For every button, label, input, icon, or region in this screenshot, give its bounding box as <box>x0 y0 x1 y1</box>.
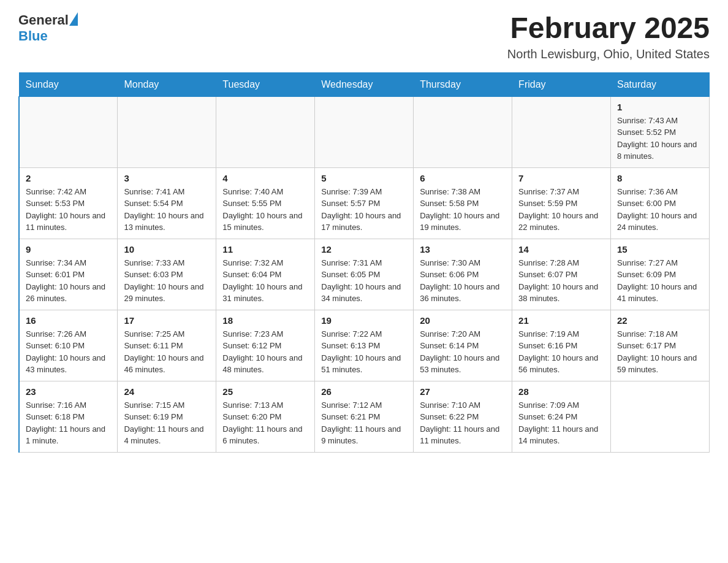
weekday-header-monday: Monday <box>118 72 216 96</box>
calendar-cell: 28Sunrise: 7:09 AMSunset: 6:24 PMDayligh… <box>512 381 611 452</box>
day-info: Sunrise: 7:26 AMSunset: 6:10 PMDaylight:… <box>26 328 111 376</box>
day-info: Sunrise: 7:39 AMSunset: 5:57 PMDaylight:… <box>321 186 407 234</box>
calendar-cell: 23Sunrise: 7:16 AMSunset: 6:18 PMDayligh… <box>19 381 118 452</box>
day-info: Sunrise: 7:19 AMSunset: 6:16 PMDaylight:… <box>518 328 604 376</box>
calendar-cell <box>611 381 710 452</box>
title-section: February 2025 North Lewisburg, Ohio, Uni… <box>507 12 710 61</box>
day-number: 9 <box>26 244 111 255</box>
day-info: Sunrise: 7:34 AMSunset: 6:01 PMDaylight:… <box>26 257 111 305</box>
calendar-cell: 13Sunrise: 7:30 AMSunset: 6:06 PMDayligh… <box>414 239 512 310</box>
logo: General Blue <box>18 12 78 44</box>
calendar-cell: 12Sunrise: 7:31 AMSunset: 6:05 PMDayligh… <box>315 239 414 310</box>
calendar-cell: 7Sunrise: 7:37 AMSunset: 5:59 PMDaylight… <box>512 167 611 239</box>
day-info: Sunrise: 7:42 AMSunset: 5:53 PMDaylight:… <box>26 186 111 234</box>
calendar-cell: 16Sunrise: 7:26 AMSunset: 6:10 PMDayligh… <box>19 310 118 381</box>
day-info: Sunrise: 7:13 AMSunset: 6:20 PMDaylight:… <box>222 399 308 447</box>
day-info: Sunrise: 7:22 AMSunset: 6:13 PMDaylight:… <box>321 328 407 376</box>
calendar-table: SundayMondayTuesdayWednesdayThursdayFrid… <box>18 72 710 453</box>
calendar-cell: 21Sunrise: 7:19 AMSunset: 6:16 PMDayligh… <box>512 310 611 381</box>
calendar-cell: 8Sunrise: 7:36 AMSunset: 6:00 PMDaylight… <box>611 167 710 239</box>
day-number: 3 <box>124 173 210 183</box>
day-info: Sunrise: 7:36 AMSunset: 6:00 PMDaylight:… <box>617 186 703 234</box>
calendar-week-row: 9Sunrise: 7:34 AMSunset: 6:01 PMDaylight… <box>19 239 710 310</box>
calendar-cell: 1Sunrise: 7:43 AMSunset: 5:52 PMDaylight… <box>611 96 710 167</box>
day-info: Sunrise: 7:32 AMSunset: 6:04 PMDaylight:… <box>222 257 308 305</box>
calendar-cell: 18Sunrise: 7:23 AMSunset: 6:12 PMDayligh… <box>216 310 315 381</box>
day-number: 25 <box>222 386 308 397</box>
day-info: Sunrise: 7:38 AMSunset: 5:58 PMDaylight:… <box>420 186 506 234</box>
day-number: 1 <box>617 102 703 112</box>
day-number: 27 <box>420 386 506 397</box>
logo-blue-text: Blue <box>18 28 48 44</box>
calendar-cell <box>118 96 216 167</box>
month-title: February 2025 <box>507 12 710 45</box>
location-title: North Lewisburg, Ohio, United States <box>507 47 710 61</box>
day-number: 7 <box>518 173 604 183</box>
calendar-week-row: 23Sunrise: 7:16 AMSunset: 6:18 PMDayligh… <box>19 381 710 452</box>
calendar-cell <box>216 96 315 167</box>
calendar-cell: 27Sunrise: 7:10 AMSunset: 6:22 PMDayligh… <box>414 381 512 452</box>
day-number: 21 <box>518 315 604 326</box>
day-info: Sunrise: 7:09 AMSunset: 6:24 PMDaylight:… <box>518 399 604 447</box>
day-number: 24 <box>124 386 210 397</box>
calendar-week-row: 2Sunrise: 7:42 AMSunset: 5:53 PMDaylight… <box>19 167 710 239</box>
day-info: Sunrise: 7:12 AMSunset: 6:21 PMDaylight:… <box>321 399 407 447</box>
calendar-cell: 4Sunrise: 7:40 AMSunset: 5:55 PMDaylight… <box>216 167 315 239</box>
calendar-cell: 2Sunrise: 7:42 AMSunset: 5:53 PMDaylight… <box>19 167 118 239</box>
calendar-cell <box>414 96 512 167</box>
day-number: 14 <box>518 244 604 255</box>
day-number: 15 <box>617 244 703 255</box>
day-info: Sunrise: 7:37 AMSunset: 5:59 PMDaylight:… <box>518 186 604 234</box>
day-number: 12 <box>321 244 407 255</box>
calendar-cell: 22Sunrise: 7:18 AMSunset: 6:17 PMDayligh… <box>611 310 710 381</box>
day-number: 26 <box>321 386 407 397</box>
weekday-header-sunday: Sunday <box>19 72 118 96</box>
calendar-cell: 11Sunrise: 7:32 AMSunset: 6:04 PMDayligh… <box>216 239 315 310</box>
day-number: 18 <box>222 315 308 326</box>
day-info: Sunrise: 7:10 AMSunset: 6:22 PMDaylight:… <box>420 399 506 447</box>
day-info: Sunrise: 7:28 AMSunset: 6:07 PMDaylight:… <box>518 257 604 305</box>
calendar-cell: 19Sunrise: 7:22 AMSunset: 6:13 PMDayligh… <box>315 310 414 381</box>
calendar-cell: 5Sunrise: 7:39 AMSunset: 5:57 PMDaylight… <box>315 167 414 239</box>
day-number: 4 <box>222 173 308 183</box>
day-info: Sunrise: 7:16 AMSunset: 6:18 PMDaylight:… <box>26 399 111 447</box>
day-number: 10 <box>124 244 210 255</box>
calendar-cell: 14Sunrise: 7:28 AMSunset: 6:07 PMDayligh… <box>512 239 611 310</box>
weekday-header-friday: Friday <box>512 72 611 96</box>
day-number: 28 <box>518 386 604 397</box>
day-number: 13 <box>420 244 506 255</box>
calendar-cell <box>19 96 118 167</box>
day-info: Sunrise: 7:41 AMSunset: 5:54 PMDaylight:… <box>124 186 210 234</box>
calendar-cell: 17Sunrise: 7:25 AMSunset: 6:11 PMDayligh… <box>118 310 216 381</box>
day-info: Sunrise: 7:15 AMSunset: 6:19 PMDaylight:… <box>124 399 210 447</box>
day-number: 20 <box>420 315 506 326</box>
day-info: Sunrise: 7:30 AMSunset: 6:06 PMDaylight:… <box>420 257 506 305</box>
weekday-header-thursday: Thursday <box>414 72 512 96</box>
page-header: General Blue February 2025 North Lewisbu… <box>18 12 710 61</box>
day-number: 16 <box>26 315 111 326</box>
calendar-cell: 6Sunrise: 7:38 AMSunset: 5:58 PMDaylight… <box>414 167 512 239</box>
calendar-cell: 24Sunrise: 7:15 AMSunset: 6:19 PMDayligh… <box>118 381 216 452</box>
weekday-header-saturday: Saturday <box>611 72 710 96</box>
day-info: Sunrise: 7:40 AMSunset: 5:55 PMDaylight:… <box>222 186 308 234</box>
weekday-header-tuesday: Tuesday <box>216 72 315 96</box>
calendar-cell: 20Sunrise: 7:20 AMSunset: 6:14 PMDayligh… <box>414 310 512 381</box>
logo-general-text: General <box>18 12 69 28</box>
calendar-cell: 10Sunrise: 7:33 AMSunset: 6:03 PMDayligh… <box>118 239 216 310</box>
calendar-cell: 25Sunrise: 7:13 AMSunset: 6:20 PMDayligh… <box>216 381 315 452</box>
day-info: Sunrise: 7:31 AMSunset: 6:05 PMDaylight:… <box>321 257 407 305</box>
day-number: 8 <box>617 173 703 183</box>
calendar-cell <box>512 96 611 167</box>
calendar-week-row: 1Sunrise: 7:43 AMSunset: 5:52 PMDaylight… <box>19 96 710 167</box>
calendar-cell: 15Sunrise: 7:27 AMSunset: 6:09 PMDayligh… <box>611 239 710 310</box>
calendar-cell <box>315 96 414 167</box>
day-number: 22 <box>617 315 703 326</box>
day-number: 11 <box>222 244 308 255</box>
calendar-cell: 26Sunrise: 7:12 AMSunset: 6:21 PMDayligh… <box>315 381 414 452</box>
day-info: Sunrise: 7:25 AMSunset: 6:11 PMDaylight:… <box>124 328 210 376</box>
day-number: 17 <box>124 315 210 326</box>
day-number: 2 <box>26 173 111 183</box>
day-info: Sunrise: 7:27 AMSunset: 6:09 PMDaylight:… <box>617 257 703 305</box>
day-info: Sunrise: 7:23 AMSunset: 6:12 PMDaylight:… <box>222 328 308 376</box>
day-info: Sunrise: 7:18 AMSunset: 6:17 PMDaylight:… <box>617 328 703 376</box>
